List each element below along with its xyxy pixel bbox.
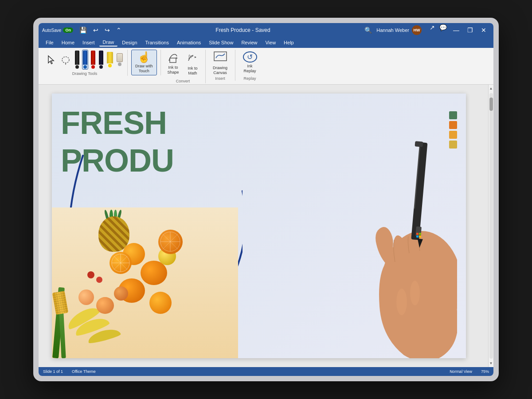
ink-to-shape-button[interactable]: Ink toShape bbox=[164, 51, 182, 76]
insert-label: Insert bbox=[209, 75, 231, 81]
pineapple-body bbox=[98, 216, 129, 252]
autosave-section: AutoSave On bbox=[42, 27, 73, 33]
document-title: Fresh Produce - Saved bbox=[126, 27, 360, 33]
autosave-label: AutoSave bbox=[42, 28, 61, 33]
menu-file[interactable]: File bbox=[42, 39, 57, 46]
ribbon-group-drawing-tools: Drawing Tools bbox=[42, 50, 128, 76]
ink-replay-label: InkReplay bbox=[244, 64, 256, 74]
undo-icon[interactable]: ↩ bbox=[91, 26, 100, 35]
menu-insert[interactable]: Insert bbox=[79, 39, 98, 46]
redo-icon[interactable]: ↪ bbox=[103, 26, 112, 35]
svg-marker-20 bbox=[417, 239, 423, 248]
autosave-toggle[interactable]: On bbox=[63, 27, 73, 33]
pen-red[interactable] bbox=[90, 50, 96, 70]
svg-point-1 bbox=[62, 57, 69, 63]
handwriting-line-2: to C bbox=[432, 324, 454, 346]
pen-black[interactable] bbox=[74, 50, 80, 70]
convert-label: Convert bbox=[164, 78, 202, 83]
convert-row: Ink toShape ∫x² Ink toMath bbox=[164, 50, 202, 77]
menu-draw[interactable]: Draw bbox=[99, 39, 118, 47]
menu-bar: File Home Insert Draw Design Transitions… bbox=[39, 37, 493, 48]
svg-rect-27 bbox=[413, 147, 420, 209]
ink-to-math-icon: ∫x² bbox=[187, 51, 199, 65]
scroll-track bbox=[489, 93, 493, 359]
customize-icon[interactable]: ⌃ bbox=[114, 26, 123, 35]
content-area: FRESH PRODU bbox=[39, 85, 493, 367]
minimize-button[interactable]: — bbox=[450, 23, 463, 37]
scrollbar-vertical[interactable]: ▲ ▼ bbox=[488, 85, 493, 367]
ink-to-math-label: Ink toMath bbox=[188, 66, 198, 76]
screen: AutoSave On 💾 ↩ ↪ ⌃ Fresh Produce - Save… bbox=[39, 23, 493, 376]
fruit-background bbox=[52, 207, 238, 358]
color-swatches bbox=[449, 111, 457, 149]
handwriting: C to C bbox=[430, 305, 454, 346]
menu-slideshow[interactable]: Slide Show bbox=[205, 39, 237, 46]
svg-rect-26 bbox=[419, 235, 421, 237]
drawing-canvas-label: DrawingCanvas bbox=[213, 66, 227, 75]
svg-marker-0 bbox=[48, 56, 54, 64]
user-section: Hannah Weber HW bbox=[376, 25, 422, 35]
scroll-up-arrow[interactable]: ▲ bbox=[489, 86, 493, 91]
orange-6 bbox=[158, 230, 183, 254]
save-icon[interactable]: 💾 bbox=[78, 26, 89, 35]
ink-to-shape-label: Ink toShape bbox=[168, 65, 179, 75]
selector-tool[interactable] bbox=[46, 53, 57, 66]
draw-touch-icon: ☝ bbox=[137, 52, 151, 63]
close-button[interactable]: ✕ bbox=[477, 23, 490, 37]
peach-1 bbox=[78, 289, 94, 305]
corn-cob bbox=[52, 291, 68, 315]
slide-count: Slide 1 of 1 bbox=[43, 369, 63, 374]
handwriting-line-1: C bbox=[430, 305, 453, 326]
user-avatar[interactable]: HW bbox=[412, 25, 422, 35]
restore-button[interactable]: ❐ bbox=[464, 23, 477, 37]
draw-with-touch-button[interactable]: ☝ Draw withTouch bbox=[131, 50, 157, 75]
ribbon-group-replay: ↺ InkReplay Replay bbox=[235, 50, 265, 81]
scroll-thumb[interactable] bbox=[489, 98, 493, 111]
pen-highlighter-yellow[interactable] bbox=[106, 51, 114, 68]
ribbon-groups: Drawing Tools ☝ Draw withTouch bbox=[42, 50, 490, 83]
ribbon-group-insert: DrawingCanvas Insert bbox=[206, 50, 235, 81]
menu-review[interactable]: Review bbox=[238, 39, 261, 46]
peach-3 bbox=[114, 286, 128, 301]
scroll-down-arrow[interactable]: ▼ bbox=[489, 360, 493, 366]
pen-eraser[interactable] bbox=[116, 52, 124, 67]
lasso-tool[interactable] bbox=[59, 53, 72, 66]
svg-rect-23 bbox=[416, 232, 419, 235]
menu-transitions[interactable]: Transitions bbox=[142, 39, 172, 46]
replay-label: Replay bbox=[239, 75, 261, 81]
swatch-light-orange bbox=[449, 131, 457, 139]
swatch-yellow bbox=[449, 141, 457, 149]
ink-to-math-button[interactable]: ∫x² Ink toMath bbox=[184, 50, 202, 77]
svg-point-18 bbox=[410, 281, 420, 305]
svg-rect-19 bbox=[411, 142, 427, 240]
pen-dark[interactable] bbox=[98, 50, 104, 70]
user-name: Hannah Weber bbox=[376, 27, 409, 33]
slide-background: FRESH PRODU bbox=[52, 94, 466, 358]
menu-view[interactable]: View bbox=[262, 39, 279, 46]
menu-design[interactable]: Design bbox=[118, 39, 141, 46]
orange-5 bbox=[149, 292, 172, 314]
title-bar: AutoSave On 💾 ↩ ↪ ⌃ Fresh Produce - Save… bbox=[39, 23, 493, 37]
menu-animations[interactable]: Animations bbox=[173, 39, 204, 46]
menu-home[interactable]: Home bbox=[58, 39, 78, 46]
ink-replay-button[interactable]: ↺ InkReplay bbox=[239, 50, 261, 75]
ink-to-shape-icon bbox=[167, 52, 180, 64]
svg-rect-5 bbox=[214, 52, 227, 61]
slide-page: FRESH PRODU bbox=[52, 94, 466, 358]
drawing-canvas-button[interactable]: DrawingCanvas bbox=[209, 50, 231, 75]
slide-canvas[interactable]: FRESH PRODU bbox=[39, 85, 488, 367]
menu-help[interactable]: Help bbox=[280, 39, 297, 46]
ink-replay-icon: ↺ bbox=[243, 51, 257, 63]
pen-blue[interactable] bbox=[82, 50, 88, 70]
svg-rect-21 bbox=[415, 141, 423, 147]
svg-rect-25 bbox=[416, 235, 419, 237]
share-button[interactable]: ↗ bbox=[428, 23, 437, 37]
draw-touch-label: Draw withTouch bbox=[135, 64, 153, 74]
ribbon-group-convert: Ink toShape ∫x² Ink toMath bbox=[161, 50, 206, 83]
cherry-1 bbox=[87, 271, 94, 278]
ribbon: Drawing Tools ☝ Draw withTouch bbox=[39, 48, 493, 85]
comment-button[interactable]: 💬 bbox=[438, 23, 449, 37]
orange-3 bbox=[110, 252, 132, 274]
search-icon[interactable]: 🔍 bbox=[363, 26, 374, 35]
cherry-2 bbox=[96, 277, 102, 283]
